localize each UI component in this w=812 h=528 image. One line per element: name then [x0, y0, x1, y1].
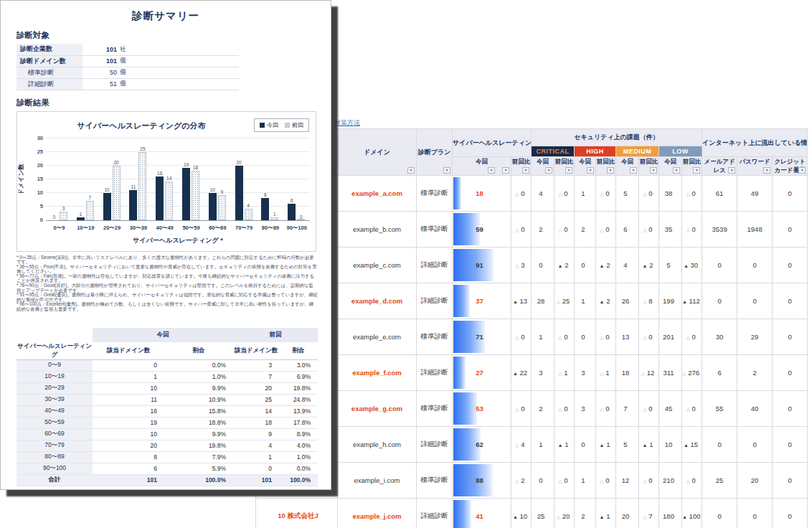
- bar-previous: [165, 182, 173, 220]
- prev-ratio-cell: ▲ 1: [596, 499, 616, 528]
- prev-ratio-cell: ▲ 15: [682, 427, 702, 463]
- table-row: example_h.com詳細診断62△ 41▲ 10▲ 15▲ 110▲ 15…: [256, 427, 808, 463]
- spacer-cell: [16, 328, 93, 342]
- prev-ratio-cell: ▲ 1: [596, 427, 616, 463]
- now-count-cell: 1: [93, 371, 164, 382]
- chart-legend: 今回 前回: [254, 118, 309, 132]
- bar-previous: [60, 212, 67, 220]
- domain-cell: example_c.com: [338, 248, 417, 283]
- password-cell: 49: [737, 176, 773, 212]
- filter-icon[interactable]: ▼: [650, 167, 657, 174]
- filter-icon[interactable]: ▼: [443, 167, 450, 174]
- table-row: example_g.com標準診断53△ 02△ 03△ 07△ 045△ 05…: [256, 391, 808, 427]
- bar-current: [129, 190, 137, 220]
- count-column-header: 該当ドメイン数: [93, 342, 164, 360]
- bar-current: [209, 193, 217, 220]
- email-cell: 6: [702, 355, 737, 391]
- table-row: 30〜391110.9%2524.8%: [16, 394, 318, 405]
- critical-now-cell: 0: [532, 463, 554, 499]
- filter-icon[interactable]: ▼: [488, 167, 495, 174]
- bar-value-label: 20: [232, 160, 247, 165]
- email-cell: 3539: [702, 212, 737, 248]
- rating-value: 59: [476, 225, 483, 233]
- y-tick-label: 5: [24, 203, 43, 209]
- gridline: [46, 179, 310, 179]
- y-tick-label: 15: [24, 176, 43, 182]
- high-now-cell: 2: [575, 212, 596, 248]
- rating-now-cell: 91: [453, 248, 511, 283]
- x-tick-label: 10〜19: [72, 225, 99, 232]
- prev-pct-cell: 0.0%: [279, 463, 318, 474]
- x-tick-label: 50〜59: [178, 225, 204, 232]
- filter-icon[interactable]: ▼: [763, 167, 770, 174]
- email-cell: 30: [702, 319, 737, 355]
- prev-ratio-cell: △ 0: [554, 463, 575, 499]
- rating-distribution-chart: サイバーヘルスレーティングの分布 今回 前回 051015202530030〜9…: [16, 111, 316, 252]
- plan-cell: 標準診断: [417, 319, 453, 355]
- prev-ratio-cell: △ 0: [639, 212, 659, 248]
- filter-icon[interactable]: ▼: [565, 167, 572, 174]
- prev-count-cell: 4: [233, 440, 279, 451]
- target-unit: 個: [117, 78, 239, 90]
- rating-prev-header: 前回比▼: [511, 157, 532, 176]
- filter-icon[interactable]: ▼: [693, 167, 700, 174]
- y-tick-label: 0: [24, 217, 43, 223]
- password-column-header: パスワード▼: [737, 157, 773, 176]
- current-swatch-icon: [260, 123, 265, 128]
- targets-table: 診断企業数 101 社 診断ドメイン数 101 個 標準診断 50 個 詳細診断…: [16, 44, 239, 90]
- rating-value: 27: [476, 369, 483, 377]
- high-now-cell: 1: [575, 176, 596, 212]
- countermeasure-link[interactable]: 対策方法: [334, 119, 360, 126]
- rating-value: 91: [476, 261, 483, 269]
- domain-cell: example_j.com: [338, 499, 417, 528]
- bar-current: [103, 193, 111, 220]
- pct-column-header: 割合: [164, 342, 233, 360]
- prev-ratio-cell: △ 0: [554, 391, 575, 427]
- rating-notes: * 0〜35点：Severe(深刻)。非常に高いリスクレベルにあり、多くの重大な…: [16, 255, 318, 312]
- domain-cell: example_g.com: [338, 391, 417, 427]
- bar-current: [261, 198, 269, 220]
- domain-table-panel: 対策方法 ▼ ドメイン▼ 診断プラン▼ サイバーヘルスレーティング セキュリティ…: [255, 118, 807, 528]
- company-cell: 10 株式会社J: [256, 499, 338, 528]
- target-label: 詳細診断: [16, 78, 82, 90]
- now-pct-cell: 5.9%: [164, 463, 233, 474]
- table-row: 合計101100.0%101100.0%: [16, 474, 318, 486]
- filter-icon[interactable]: ▼: [607, 167, 614, 174]
- note-line: * 0〜35点：Severe(深刻)。非常に高いリスクレベルにあり、多くの重大な…: [16, 255, 318, 265]
- target-label: 標準診断: [16, 67, 82, 78]
- filter-icon[interactable]: ▼: [407, 167, 415, 174]
- credit-card-cell: 0: [773, 176, 808, 212]
- note-line: * 36〜55点：Poor(不良)。サイバーセキュリティにおいて重要な脆弱性や脅…: [16, 265, 318, 274]
- filter-icon[interactable]: ▼: [673, 167, 680, 174]
- prev-pct-cell: 17.8%: [279, 417, 318, 428]
- filter-icon[interactable]: ▼: [545, 167, 552, 174]
- gridline: [46, 138, 310, 138]
- credit-card-cell: 0: [773, 355, 808, 391]
- domain-table: ▼ ドメイン▼ 診断プラン▼ サイバーヘルスレーティング セキュリティ上の課題（…: [255, 128, 808, 528]
- high-now-cell: 1: [575, 283, 596, 319]
- email-cell: 0: [702, 499, 737, 528]
- plan-cell: 詳細診断: [417, 283, 453, 319]
- medium-now-cell: 20: [616, 499, 639, 528]
- prev-ratio-cell: ▲ 22: [511, 355, 532, 391]
- filter-icon[interactable]: ▼: [798, 167, 806, 174]
- rating-bar: [453, 500, 471, 528]
- filter-icon[interactable]: ▼: [587, 167, 594, 174]
- filter-icon[interactable]: ▼: [728, 167, 735, 174]
- prev-ratio-cell: △ 0: [682, 391, 702, 427]
- target-value: 101: [82, 44, 117, 55]
- medium-now-cell: 5: [616, 176, 639, 212]
- filter-icon[interactable]: ▼: [522, 167, 529, 174]
- filter-icon[interactable]: ▼: [502, 167, 509, 174]
- plan-cell: 標準診断: [417, 463, 453, 499]
- now-count-cell: 20: [93, 440, 164, 451]
- now-pct-cell: 19.8%: [164, 440, 233, 451]
- filter-icon[interactable]: ▼: [630, 167, 637, 174]
- bar-previous: [86, 201, 94, 220]
- domain-cell: example_d.com: [338, 283, 417, 319]
- domain-cell: example_h.com: [338, 427, 417, 463]
- email-cell: 61: [702, 176, 737, 212]
- bar-value-label: 20: [109, 160, 124, 165]
- prev-count-cell: 1: [233, 451, 279, 463]
- bar-value-label: 16: [152, 171, 167, 176]
